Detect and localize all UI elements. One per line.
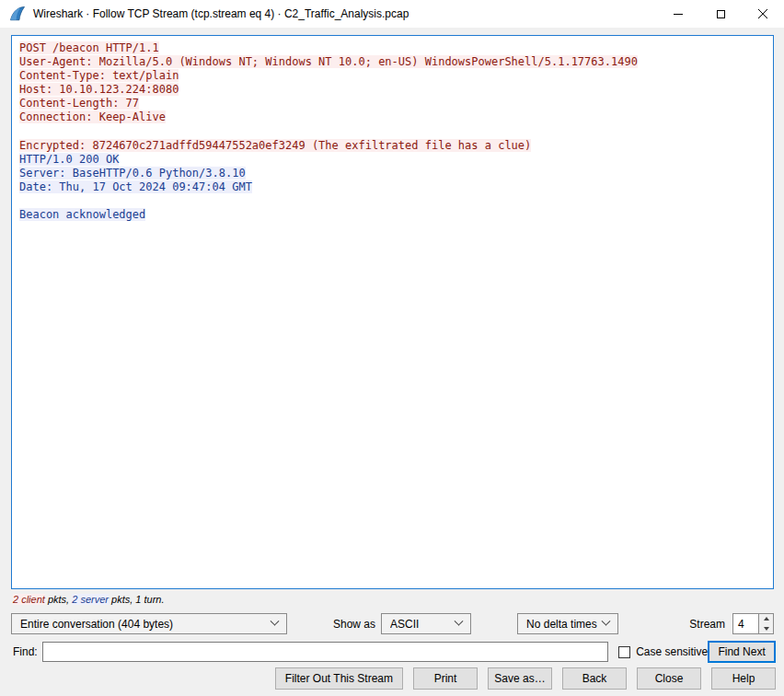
stream-line: Connection: Keep-Alive [19,110,766,124]
stream-line: Date: Thu, 17 Oct 2024 09:47:04 GMT [19,180,766,194]
conversation-select[interactable]: Entire conversation (404 bytes) [11,613,287,634]
stream-line: POST /beacon HTTP/1.1 [19,41,766,55]
maximize-icon [717,10,725,18]
find-row: Find: Case sensitive Find Next [13,641,776,663]
stream-line: Encrypted: 8724670c271adffd59447552a0ef3… [19,139,766,153]
find-input[interactable] [42,642,608,662]
stream-line: Server: BaseHTTP/0.6 Python/3.8.10 [19,167,766,180]
spin-up-icon [764,617,769,621]
stream-number-spinner[interactable]: 4 [732,613,774,634]
case-sensitive-checkbox[interactable] [618,646,630,658]
stream-line [19,194,766,208]
spin-down-icon [764,627,769,631]
stream-line: Content-Length: 77 [19,97,766,110]
delta-times-select[interactable]: No delta times [517,613,618,634]
status-segment: pkts, [109,594,135,605]
window-title: Wireshark · Follow TCP Stream (tcp.strea… [33,7,409,20]
print-button[interactable]: Print [413,667,478,690]
show-as-select-value: ASCII [390,618,419,631]
status-segment: 1 turn. [135,594,164,605]
stream-label: Stream [689,618,725,631]
chevron-down-icon [602,617,611,626]
filter-out-stream-button[interactable]: Filter Out This Stream [275,667,403,690]
stream-line [19,125,766,139]
conversation-select-value: Entire conversation (404 bytes) [20,618,173,631]
dialog-buttons-row: Filter Out This Stream Print Save as… Ba… [275,667,776,690]
chevron-down-icon [455,617,464,626]
close-icon [758,9,767,18]
spinner-buttons [758,614,773,633]
titlebar[interactable]: Wireshark · Follow TCP Stream (tcp.strea… [0,0,784,28]
wireshark-fin-icon [9,6,26,22]
minimize-button[interactable] [657,0,699,28]
stream-controls-row: Entire conversation (404 bytes) Show as … [11,613,774,634]
stream-number-value: 4 [733,614,758,633]
save-as-button[interactable]: Save as… [488,667,552,690]
close-window-button[interactable] [742,0,784,28]
window-controls [657,0,784,28]
spin-up-button[interactable] [759,614,773,624]
stream-content[interactable]: POST /beacon HTTP/1.1User-Agent: Mozilla… [11,35,774,589]
case-sensitive-label: Case sensitive [636,645,708,658]
stream-line: User-Agent: Mozilla/5.0 (Windows NT; Win… [19,55,766,69]
find-label: Find: [13,645,38,658]
back-button[interactable]: Back [562,667,627,690]
stream-line: Host: 10.10.123.224:8080 [19,83,766,97]
maximize-button[interactable] [699,0,742,28]
help-button[interactable]: Help [711,667,776,690]
delta-times-select-value: No delta times [526,618,597,631]
show-as-select[interactable]: ASCII [381,613,471,634]
minimize-icon [674,14,683,15]
status-segment: 2 server [72,594,109,605]
stream-line: Beacon acknowledged [19,208,766,222]
stream-line: Content-Type: text/plain [19,69,766,83]
status-segment: pkts, [45,594,72,605]
follow-tcp-stream-dialog: Wireshark · Follow TCP Stream (tcp.strea… [0,0,784,696]
status-segment: 2 client [13,594,45,605]
show-as-label: Show as [333,618,375,631]
close-button[interactable]: Close [637,667,701,690]
stream-line: HTTP/1.0 200 OK [19,153,766,167]
stream-status-line: 2 client pkts, 2 server pkts, 1 turn. [13,594,164,605]
spin-down-button[interactable] [759,624,773,634]
chevron-down-icon [271,617,280,626]
find-next-button[interactable]: Find Next [708,641,776,663]
